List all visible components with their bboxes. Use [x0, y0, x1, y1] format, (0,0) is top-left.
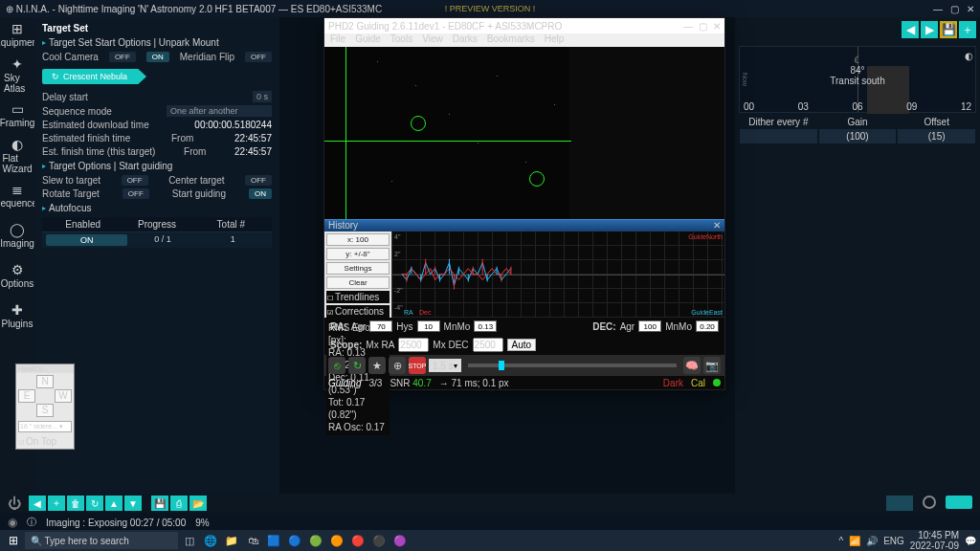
power-icon[interactable]: ⏻ [8, 496, 21, 511]
taskbar-nina[interactable]: 🟢 [306, 532, 325, 549]
center-toggle[interactable]: OFF [245, 175, 272, 186]
history-y-scale[interactable]: y: +/-8" [326, 248, 390, 260]
autofocus-enabled-toggle[interactable]: ON [46, 234, 127, 246]
start-button[interactable]: ⊞ [4, 532, 23, 549]
phd2-window[interactable]: PHD2 Guiding 2.6.11dev1 - ED80CF + ASI53… [323, 17, 725, 390]
nudge-north-button[interactable]: N [36, 375, 54, 388]
menu-bookmarks[interactable]: Bookmarks [487, 33, 535, 47]
tray-volume-icon[interactable]: 🔊 [866, 536, 878, 546]
history-settings-button[interactable]: Settings [326, 262, 390, 275]
loop-button[interactable]: ↻ [348, 357, 366, 374]
nudge-east-button[interactable]: E [18, 389, 35, 403]
cool-camera-toggle[interactable]: OFF [109, 52, 136, 62]
taskbar-app1[interactable]: 🟦 [264, 532, 283, 549]
maximize-button[interactable]: ▢ [950, 4, 959, 14]
save-button[interactable]: 💾 [940, 21, 957, 38]
tray-chevron-icon[interactable]: ^ [838, 536, 843, 546]
target-options-header[interactable]: Target Options | Start guiding [42, 161, 272, 171]
seq-prev-button[interactable]: ◀ [29, 496, 46, 511]
phd2-min-button[interactable]: — [683, 21, 693, 32]
sidebar-imaging[interactable]: ◯Imaging [4, 222, 31, 249]
seq-add-button[interactable]: ＋ [48, 496, 65, 511]
seq-pause-button[interactable] [886, 496, 913, 511]
nudge-west-button[interactable]: W [55, 389, 72, 403]
taskbar-edge[interactable]: 🌐 [201, 532, 220, 549]
unpark-mount-toggle[interactable]: ON [146, 52, 169, 62]
autofocus-header[interactable]: Autofocus [42, 203, 272, 213]
seq-reset-button[interactable]: ↻ [86, 496, 103, 511]
slew-toggle[interactable]: OFF [122, 175, 148, 186]
ra-agr-input[interactable] [369, 320, 392, 332]
mxra-input[interactable] [398, 338, 429, 352]
connect-button[interactable]: ⎋ [328, 357, 345, 374]
menu-help[interactable]: Help [545, 33, 565, 47]
startguide-toggle[interactable]: ON [249, 188, 272, 199]
seq-save-button[interactable]: 💾 [151, 496, 168, 511]
taskbar-app3[interactable]: 🔴 [348, 532, 368, 549]
tray-lang[interactable]: ENG [883, 536, 904, 546]
rotate-toggle[interactable]: OFF [122, 188, 149, 199]
taskbar-search[interactable]: 🔍 Type here to search [25, 532, 178, 549]
phd2-titlebar[interactable]: PHD2 Guiding 2.6.11dev1 - ED80CF + ASI53… [324, 18, 724, 33]
exposure-select[interactable]: 1.5 s ▾ [429, 359, 461, 372]
sidebar-sequencer[interactable]: ≣Sequencer [4, 182, 31, 209]
tray-clock[interactable]: 10:45 PM2022-07-09 [910, 530, 959, 551]
tray-notifications-icon[interactable]: 💬 [965, 536, 976, 546]
dec-mnmo-input[interactable] [696, 320, 719, 332]
menu-darks[interactable]: Darks [453, 33, 478, 47]
tray-wifi-icon[interactable]: 📶 [849, 536, 860, 546]
delay-start-value[interactable]: 0 s [253, 91, 272, 102]
sidebar-equipment[interactable]: ⊞Equipment [4, 21, 31, 48]
history-clear-button[interactable]: Clear [326, 276, 390, 289]
phd2-close-button[interactable]: ✕ [713, 21, 721, 32]
minimize-button[interactable]: — [933, 4, 943, 14]
taskbar-store[interactable]: 🛍 [243, 532, 262, 549]
dec-agr-input[interactable] [638, 320, 661, 332]
next-target-button[interactable]: ▶ [921, 21, 938, 38]
gamma-slider[interactable] [468, 364, 677, 367]
prev-target-button[interactable]: ◀ [902, 21, 919, 38]
seq-saveall-button[interactable]: ⎙ [170, 496, 188, 511]
menu-guide[interactable]: Guide [355, 33, 381, 47]
add-target-button[interactable]: ＋ [959, 21, 976, 38]
camera-button[interactable]: 📷 [703, 357, 721, 374]
handcan-title[interactable]: HandCo... [16, 364, 74, 373]
guide-button[interactable]: ⊕ [389, 357, 406, 374]
guide-camera-view[interactable] [324, 47, 724, 219]
sidebar-framing[interactable]: ▭Framing [4, 101, 31, 128]
stop-button[interactable]: STOP [409, 357, 426, 374]
nudge-south-button[interactable]: S [36, 404, 54, 417]
sidebar-options[interactable]: ⚙Options [4, 262, 31, 289]
seq-delete-button[interactable]: 🗑 [67, 496, 84, 511]
seq-open-button[interactable]: 📂 [189, 496, 207, 511]
sidebar-plugins[interactable]: ✚Plugins [4, 302, 31, 329]
target-name-pill[interactable]: Crescent Nebula [42, 69, 146, 84]
trendlines-checkbox[interactable]: ☐ Trendlines [326, 291, 390, 303]
taskbar-explorer[interactable]: 📁 [222, 532, 241, 549]
history-close-button[interactable]: ✕ [713, 220, 721, 231]
ontop-checkbox[interactable]: ☑ On Top [16, 434, 74, 449]
sidebar-flat-wizard[interactable]: ◐Flat Wizard [4, 142, 31, 168]
sidebar-sky-atlas[interactable]: ✦Sky Atlas [4, 61, 31, 88]
sequence-mode-value[interactable]: One after another [167, 105, 272, 117]
ra-mnmo-input[interactable] [474, 320, 497, 332]
menu-view[interactable]: View [422, 33, 443, 47]
close-button[interactable]: ✕ [967, 4, 974, 14]
offset-input[interactable]: (15) [898, 129, 975, 143]
seq-up-button[interactable]: ▲ [105, 496, 122, 511]
meridian-flip-toggle[interactable]: OFF [245, 52, 272, 62]
menu-tools[interactable]: Tools [390, 33, 412, 47]
dec-mode-select[interactable]: Auto [507, 339, 537, 351]
gain-input[interactable]: (100) [819, 129, 897, 143]
taskbar-chrome[interactable]: 🔵 [285, 532, 304, 549]
ra-hys-input[interactable] [417, 320, 440, 332]
menu-file[interactable]: File [330, 33, 345, 47]
seq-down-button[interactable]: ▼ [124, 496, 142, 511]
brain-button[interactable]: 🧠 [683, 357, 701, 374]
history-x-scale[interactable]: x: 100 [326, 233, 390, 246]
mxdec-input[interactable] [473, 338, 503, 352]
handcontroller-window[interactable]: HandCo... N EW S 16 " sidere... ▾ ☑ On T… [15, 364, 75, 450]
corrections-checkbox[interactable]: ☑ Corrections [326, 305, 390, 318]
taskbar-app4[interactable]: 🟣 [390, 532, 410, 549]
taskview-button[interactable]: ◫ [180, 532, 199, 549]
